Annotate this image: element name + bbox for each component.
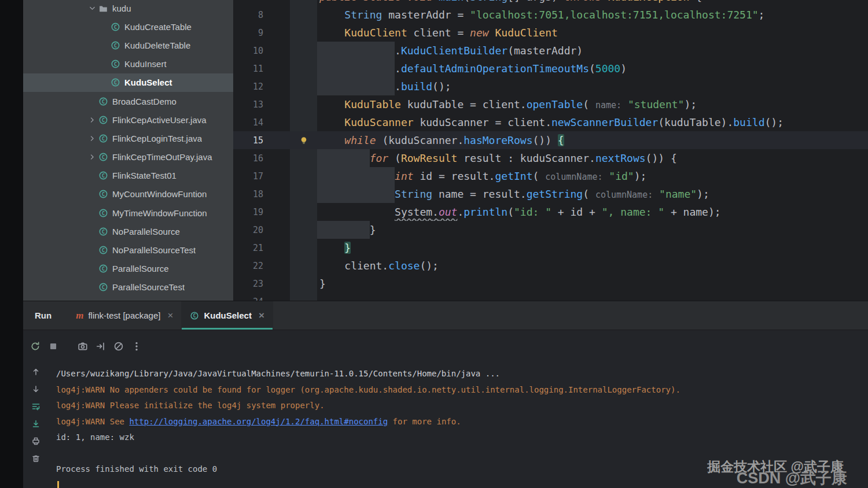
chevron-slot — [86, 116, 98, 124]
svg-text:C: C — [102, 284, 105, 290]
line-number[interactable]: 8 — [233, 10, 290, 20]
tree-item-kuducreatetable[interactable]: CKuduCreateTable — [23, 17, 233, 36]
tree-item-label: FlinkCepLoginTest.java — [112, 134, 202, 143]
svg-text:C: C — [102, 247, 105, 253]
line-number[interactable]: 17 — [233, 171, 290, 182]
tree-item-flinkstatetest01[interactable]: CFlinkStateTest01 — [23, 167, 233, 185]
run-tabs: mflink-test [package]×CKuduSelect× — [68, 301, 273, 330]
chevron-right-icon[interactable] — [89, 153, 96, 161]
attach-button[interactable] — [95, 341, 106, 352]
line-number[interactable]: 23 — [233, 279, 290, 289]
soft-wrap-button[interactable] — [31, 402, 41, 411]
tree-item-kududeletetable[interactable]: CKuduDeleteTable — [23, 36, 233, 54]
folder-icon — [98, 3, 108, 13]
class-icon: C — [98, 245, 108, 255]
gutter-fold-column — [290, 131, 317, 149]
log4j-config-link[interactable]: http://logging.apache.org/log4j/1.2/faq.… — [129, 417, 388, 426]
rerun-button[interactable] — [30, 341, 41, 352]
line-number[interactable]: 18 — [233, 189, 290, 199]
line-number[interactable]: 7 — [233, 0, 290, 2]
line-number[interactable]: 16 — [233, 153, 290, 164]
tree-item-label: KuduCreateTable — [124, 22, 192, 32]
svg-text:C: C — [102, 210, 105, 216]
line-number[interactable]: 22 — [233, 261, 290, 271]
close-icon[interactable]: × — [259, 310, 264, 320]
line-number[interactable]: 20 — [233, 225, 290, 235]
line-number[interactable]: 11 — [233, 64, 290, 74]
print-button[interactable] — [31, 437, 41, 446]
svg-text:C: C — [102, 117, 105, 123]
down-button[interactable] — [31, 385, 41, 394]
close-icon[interactable]: × — [167, 310, 173, 320]
no-entry-button[interactable] — [113, 341, 124, 352]
stop-button[interactable] — [48, 341, 58, 352]
line-number[interactable]: 12 — [233, 82, 290, 92]
svg-text:C: C — [102, 173, 105, 179]
console-text: log4j:WARN See — [56, 417, 129, 426]
scroll-end-button[interactable] — [31, 419, 41, 428]
svg-text:C: C — [102, 136, 105, 142]
chevron-right-icon[interactable] — [89, 135, 96, 142]
chevron-right-icon[interactable] — [89, 116, 96, 124]
svg-text:C: C — [114, 24, 117, 29]
gutter-fold-column — [290, 221, 317, 239]
project-tree: kuduCKuduCreateTableCKuduDeleteTableCKud… — [23, 0, 233, 297]
svg-text:C: C — [102, 98, 105, 104]
line-number[interactable]: 24 — [233, 297, 290, 301]
code-text: System.out.println("id: " + id + ", name… — [317, 203, 868, 221]
console-text: Process finished with exit code 0 — [56, 464, 217, 474]
more-button[interactable] — [131, 341, 142, 352]
line-number[interactable]: 21 — [233, 243, 290, 253]
tree-item-label: MyCountWindowFuntion — [112, 189, 207, 199]
chevron-down-icon[interactable] — [89, 5, 96, 12]
code-text: } — [317, 275, 868, 293]
tree-item-label: KuduSelect — [124, 77, 172, 87]
tree-item-kuduselect[interactable]: CKuduSelect — [23, 73, 233, 92]
code-line-16: 16 for (RowResult result : kuduScanner.n… — [233, 149, 868, 167]
code-text: .KuduClientBuilder(masterAddr) — [317, 42, 868, 60]
tree-item-parallelsourcetest[interactable]: CParallelSourceTest — [23, 278, 233, 297]
up-button[interactable] — [31, 367, 41, 376]
code-line-13: 13 KuduTable kuduTable = client.openTabl… — [233, 95, 868, 113]
line-number[interactable]: 10 — [233, 46, 290, 56]
class-icon: C — [98, 115, 108, 125]
code-text: client.close(); — [317, 257, 868, 275]
clear-button[interactable] — [31, 454, 41, 463]
tree-item-broadcastdemo[interactable]: CBroadCastDemo — [23, 92, 233, 110]
tree-item-parallelsource[interactable]: CParallelSource — [23, 260, 233, 278]
tree-item-label: BroadCastDemo — [112, 97, 176, 106]
line-number[interactable]: 9 — [233, 28, 290, 38]
code-text: int id = result.getInt( columnName: "id"… — [317, 167, 868, 185]
tree-item-kudu[interactable]: kudu — [23, 0, 233, 17]
run-tab-bar: Run mflink-test [package]×CKuduSelect× — [23, 301, 868, 330]
code-line-23: 23} — [233, 275, 868, 293]
line-number[interactable]: 19 — [233, 207, 290, 217]
chevron-slot — [86, 5, 98, 12]
code-line-17: 17 int id = result.getInt( columnName: "… — [233, 167, 868, 185]
tree-item-kuduinsert[interactable]: CKuduInsert — [23, 55, 233, 73]
tree-item-mycountwindowfuntion[interactable]: CMyCountWindowFuntion — [23, 185, 233, 204]
run-toolbar — [23, 330, 868, 363]
line-number[interactable]: 15 — [233, 135, 290, 146]
tab-label: KuduSelect — [204, 310, 252, 320]
tree-item-noparallelsourcetest[interactable]: CNoParallelSourceTest — [23, 241, 233, 259]
code-line-8: 8 String masterAddr = "localhost:7051,lo… — [233, 6, 868, 24]
console-line: /Users/wuzikang/Library/Java/JavaVirtual… — [56, 366, 868, 382]
tree-item-mytimewindowfunction[interactable]: CMyTimeWindowFunction — [23, 204, 233, 222]
svg-text:C: C — [102, 154, 105, 160]
tree-item-noparallelsource[interactable]: CNoParallelSource — [23, 222, 233, 241]
capture-button[interactable] — [78, 341, 88, 352]
gutter-fold-column — [290, 6, 317, 24]
bulb-icon[interactable] — [299, 136, 308, 145]
line-number[interactable]: 13 — [233, 99, 290, 110]
code-line-19: 19 System.out.println("id: " + id + ", n… — [233, 203, 868, 221]
tree-item-flinkceplogintest-java[interactable]: CFlinkCepLoginTest.java — [23, 129, 233, 147]
tree-item-flinkcepactiveuser-java[interactable]: CFlinkCepActiveUser.java — [23, 110, 233, 129]
class-icon: C — [98, 152, 108, 162]
class-icon: C — [98, 264, 108, 273]
run-tab-flink-test-package[interactable]: mflink-test [package]× — [68, 301, 182, 330]
tree-item-flinkceptimeoutpay-java[interactable]: CFlinkCepTimeOutPay.java — [23, 148, 233, 167]
line-number[interactable]: 14 — [233, 117, 290, 128]
run-tab-kuduselect[interactable]: CKuduSelect× — [182, 301, 273, 330]
gutter-fold-column — [290, 77, 317, 95]
